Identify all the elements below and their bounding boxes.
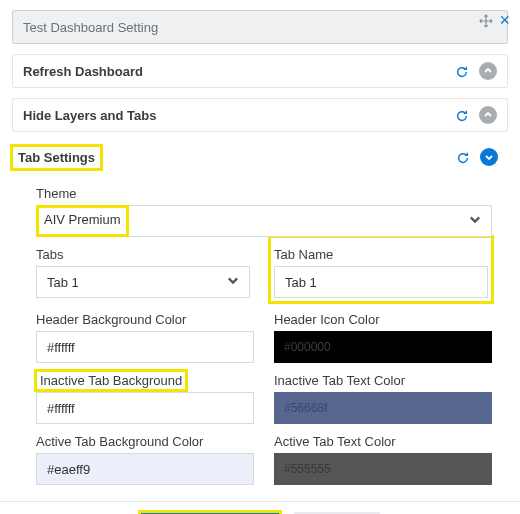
title-bar: Test Dashboard Setting bbox=[12, 10, 508, 44]
close-icon[interactable]: × bbox=[499, 13, 510, 27]
active-text-swatch[interactable]: #555555 bbox=[274, 453, 492, 485]
tab-name-input[interactable] bbox=[274, 266, 488, 298]
refresh-icon[interactable] bbox=[455, 107, 469, 123]
window-title: Test Dashboard Setting bbox=[23, 20, 158, 35]
active-text-label: Active Tab Text Color bbox=[274, 434, 492, 449]
inactive-text-swatch[interactable]: #56668f bbox=[274, 392, 492, 424]
chevron-up-icon[interactable] bbox=[479, 62, 497, 80]
tabs-select[interactable] bbox=[36, 266, 250, 298]
tab-name-label: Tab Name bbox=[274, 247, 488, 262]
accordion-label: Hide Layers and Tabs bbox=[23, 108, 455, 123]
chevron-down-icon[interactable] bbox=[480, 148, 498, 166]
accordion-label: Refresh Dashboard bbox=[23, 64, 455, 79]
move-icon[interactable] bbox=[479, 12, 493, 28]
accordion-tab-settings[interactable]: Tab Settings bbox=[12, 142, 508, 172]
theme-label: Theme bbox=[36, 186, 492, 201]
header-icon-swatch[interactable]: #000000 bbox=[274, 331, 492, 363]
active-bg-input[interactable] bbox=[36, 453, 254, 485]
tabs-value[interactable] bbox=[36, 266, 250, 298]
refresh-icon[interactable] bbox=[456, 149, 470, 165]
tab-settings-label: Tab Settings bbox=[12, 146, 101, 169]
refresh-icon[interactable] bbox=[455, 63, 469, 79]
inactive-bg-label: Inactive Tab Background bbox=[36, 371, 186, 390]
header-bg-input[interactable] bbox=[36, 331, 254, 363]
chevron-up-icon[interactable] bbox=[479, 106, 497, 124]
footer: Save And Exit ✕ Close bbox=[0, 501, 520, 514]
theme-select[interactable]: AIV Premium bbox=[36, 205, 492, 237]
accordion-hide-layers-tabs[interactable]: Hide Layers and Tabs bbox=[12, 98, 508, 132]
tabs-label: Tabs bbox=[36, 247, 250, 262]
theme-value[interactable] bbox=[36, 205, 492, 237]
inactive-bg-input[interactable] bbox=[36, 392, 254, 424]
header-bg-label: Header Background Color bbox=[36, 312, 254, 327]
active-bg-label: Active Tab Background Color bbox=[36, 434, 254, 449]
inactive-text-label: Inactive Tab Text Color bbox=[274, 373, 492, 388]
header-icon-label: Header Icon Color bbox=[274, 312, 492, 327]
accordion-refresh-dashboard[interactable]: Refresh Dashboard bbox=[12, 54, 508, 88]
